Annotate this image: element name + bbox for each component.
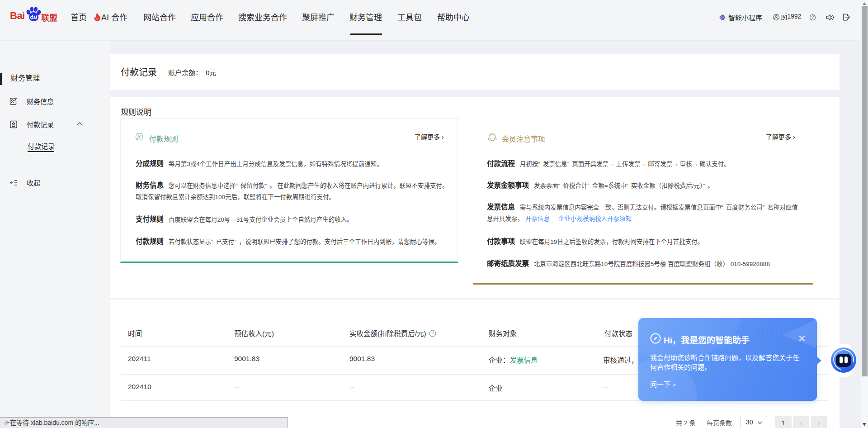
svg-text:du: du bbox=[29, 13, 38, 21]
svg-text:?: ? bbox=[431, 331, 434, 336]
